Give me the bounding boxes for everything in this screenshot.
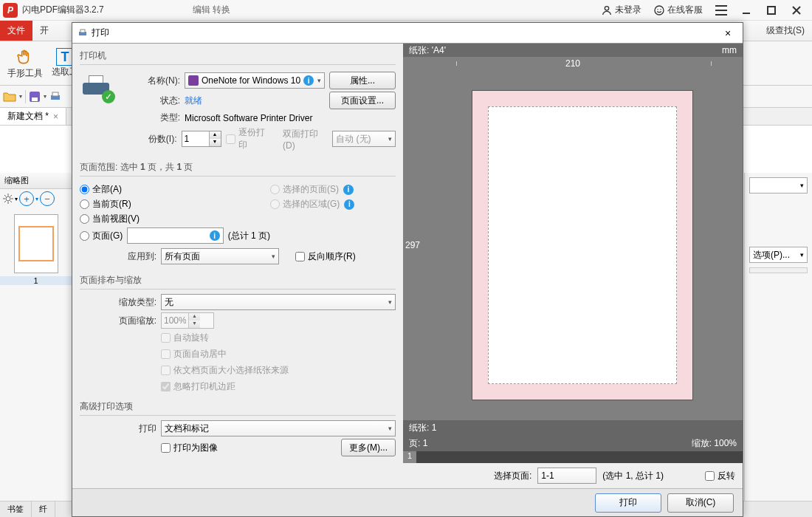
print-icon[interactable] (49, 91, 61, 103)
thumbnails-title: 缩略图 (0, 173, 72, 189)
preview-page (422, 70, 743, 420)
auto-center-checkbox: 页面自动居中 (161, 348, 396, 360)
svg-rect-8 (52, 92, 58, 96)
menubar-fragment: 编辑 转换 (193, 4, 230, 16)
scale-type-select[interactable]: 无▾ (161, 294, 396, 310)
add-page-button[interactable]: + (19, 191, 34, 206)
save-icon[interactable] (29, 91, 41, 103)
hamburger-menu[interactable] (709, 0, 734, 20)
info-icon: i (303, 75, 314, 86)
ruler-horizontal: 210 (403, 57, 743, 70)
range-title: 页面范围: 选中 1 页，共 1 页 (80, 161, 396, 177)
menu-icon (715, 5, 727, 16)
printer-status-icon: ✓ (80, 74, 112, 100)
right-side-panel: ▾ 选项(P)...▾ (744, 173, 812, 501)
print-settings-pane: 打印机 ✓ 名称(N): OneNote for Windows 10i ▾ 属… (72, 44, 403, 488)
dialog-title: 打印 (92, 27, 109, 39)
tab-close-icon[interactable]: × (53, 112, 58, 122)
page-thumbnail-1[interactable] (14, 214, 58, 273)
svg-rect-12 (188, 75, 199, 86)
close-button[interactable] (784, 0, 809, 20)
auto-rotate-checkbox: 自动旋转 (161, 332, 396, 344)
menu-adv-find[interactable]: 级查找(S) (759, 21, 812, 41)
thumbnails-tools: ▾ + ▾ − (0, 189, 72, 208)
remove-page-button[interactable]: − (40, 191, 55, 206)
print-button[interactable]: 打印 (595, 493, 661, 513)
print-dialog: 打印 × 打印机 ✓ 名称(N): OneNote for Windows 10… (72, 22, 743, 517)
ignore-margins-checkbox: 忽略打印机边距 (161, 380, 396, 393)
preview-pagebar: 1 (403, 451, 743, 463)
open-folder-icon[interactable] (3, 91, 16, 103)
dialog-footer: 打印 取消(C) (72, 488, 743, 516)
ruler-vertical: 297 (403, 70, 422, 420)
more-button[interactable]: 更多(M)... (341, 439, 396, 456)
printer-select[interactable]: OneNote for Windows 10i ▾ (185, 72, 325, 89)
applyto-select[interactable]: 所有页面▾ (161, 248, 279, 264)
radio-view[interactable]: 当前视图(V) (80, 213, 140, 225)
info-icon: i (210, 230, 220, 241)
radio-current[interactable]: 当前页(R) (80, 198, 131, 210)
printer-status: 就绪 (185, 95, 202, 107)
radio-sel-pages: 选择的页面(S) (270, 183, 339, 196)
user-icon (601, 4, 613, 16)
menu-start[interactable]: 开 (32, 21, 56, 41)
side-bar-strip (749, 267, 808, 273)
info-icon: i (343, 185, 354, 195)
advanced-section: 高级打印选项 打印 文档和标记▾ 打印为图像 更多(M)... (80, 400, 396, 459)
maximize-button[interactable] (759, 0, 784, 20)
duplex-select: 自动 (无)▾ (332, 131, 396, 147)
maximize-icon (767, 6, 776, 15)
svg-rect-4 (768, 7, 775, 14)
smile-icon (653, 4, 665, 16)
side-options-combo[interactable]: 选项(P)...▾ (749, 247, 808, 263)
select-page-input[interactable] (537, 468, 596, 484)
preview-status-2: 页: 1 缩放: 100% (403, 436, 743, 451)
page-range-section: 页面范围: 选中 1 页，共 1 页 全部(A) 当前页(R) 当前视图(V) … (80, 161, 396, 267)
hand-icon (16, 47, 35, 66)
as-image-checkbox[interactable]: 打印为图像 (161, 442, 218, 454)
by-source-checkbox: 依文档页面大小选择纸张来源 (161, 364, 396, 377)
preview-header: 纸张: 'A4'mm (403, 44, 743, 57)
svg-point-2 (657, 9, 658, 10)
svg-point-3 (660, 9, 661, 10)
gear-icon[interactable] (3, 194, 13, 204)
collate-checkbox[interactable]: 逐份打印 (226, 126, 272, 151)
radio-all[interactable]: 全部(A) (80, 183, 122, 196)
tool-hand[interactable]: 手形工具 (4, 45, 46, 81)
close-icon (791, 5, 802, 16)
printer-small-icon (77, 27, 89, 39)
printer-type: Microsoft Software Printer Driver (185, 113, 312, 123)
online-support[interactable]: 在线客服 (647, 0, 709, 20)
login-status[interactable]: 未登录 (595, 0, 647, 20)
app-logo-icon: P (3, 3, 18, 18)
svg-point-9 (6, 196, 10, 201)
app-title: 闪电PDF编辑器3.2.7 (22, 4, 104, 16)
doc-tab-new[interactable]: 新建文档 *× (0, 108, 66, 125)
printer-section: 打印机 ✓ 名称(N): OneNote for Windows 10i ▾ 属… (80, 49, 396, 154)
thumb-page-number: 1 (0, 276, 72, 285)
page-scale-spinner: ▲▼ (161, 312, 214, 329)
properties-button[interactable]: 属性... (329, 72, 396, 89)
side-combo-1[interactable]: ▾ (749, 177, 808, 194)
minimize-icon (741, 5, 751, 16)
dialog-close-button[interactable]: × (718, 27, 738, 39)
svg-point-0 (605, 6, 608, 10)
print-what-select[interactable]: 文档和标记▾ (161, 420, 396, 436)
page-setup-button[interactable]: 页面设置... (329, 92, 396, 109)
cancel-button[interactable]: 取消(C) (667, 493, 734, 513)
copies-spinner[interactable]: ▲▼ (182, 131, 221, 147)
preview-controls: 选择页面: (选中 1, 总计 1) 反转 (403, 463, 743, 488)
reverse-checkbox[interactable]: 反向顺序(R) (295, 250, 356, 263)
svg-rect-6 (32, 97, 38, 101)
radio-pages[interactable]: 页面(G) (80, 230, 123, 242)
info-icon: i (344, 199, 354, 210)
menu-file[interactable]: 文件 (0, 21, 32, 41)
tab-more[interactable]: 纤 (32, 501, 55, 517)
radio-sel-region: 选择的区域(G) (270, 198, 340, 210)
pages-input[interactable]: i (127, 227, 223, 244)
minimize-button[interactable] (734, 0, 759, 20)
print-preview-pane: 纸张: 'A4'mm 210 297 纸张: 1 页: 1 缩放: 100% 1… (403, 44, 743, 488)
onenote-icon (188, 75, 199, 86)
tab-bookmarks[interactable]: 书签 (0, 501, 32, 517)
reverse2-checkbox[interactable]: 反转 (705, 470, 735, 482)
